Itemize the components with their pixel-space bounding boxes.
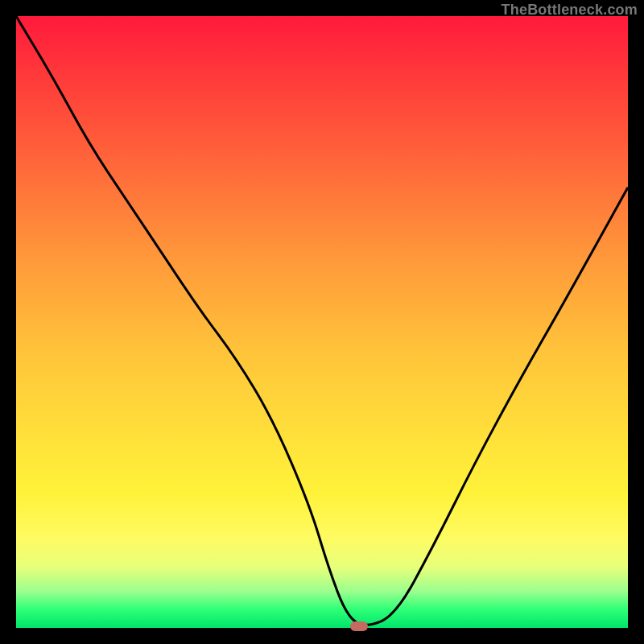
optimum-marker: [350, 621, 368, 631]
curve-svg: [16, 16, 628, 628]
chart-frame: TheBottleneck.com: [0, 0, 644, 644]
bottleneck-curve-path: [16, 16, 628, 625]
plot-area: [16, 16, 628, 628]
